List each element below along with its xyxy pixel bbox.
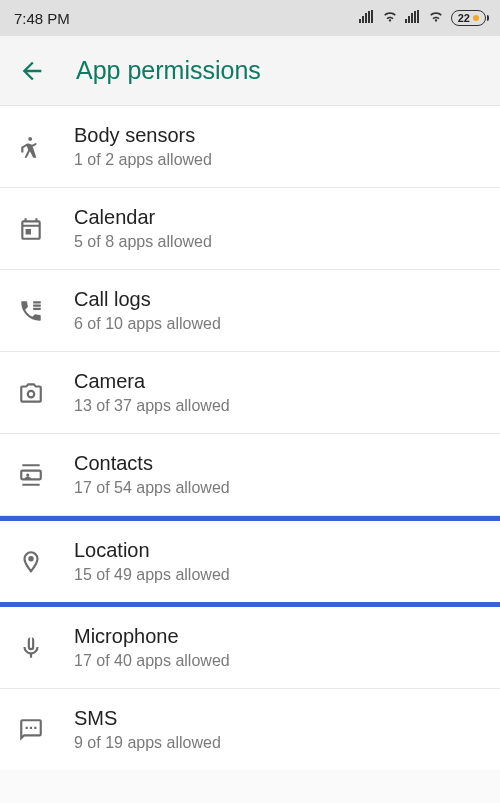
- permission-title: Call logs: [74, 288, 221, 311]
- permission-text: Camera 13 of 37 apps allowed: [74, 370, 230, 415]
- permission-sub: 5 of 8 apps allowed: [74, 233, 212, 251]
- permission-title: Contacts: [74, 452, 230, 475]
- body-sensors-icon: [18, 134, 74, 160]
- permission-sub: 15 of 49 apps allowed: [74, 566, 230, 584]
- permission-title: Body sensors: [74, 124, 212, 147]
- battery-value: 22: [458, 12, 470, 24]
- permission-contacts[interactable]: Contacts 17 of 54 apps allowed: [0, 434, 500, 516]
- permission-text: Microphone 17 of 40 apps allowed: [74, 625, 230, 670]
- page-title: App permissions: [76, 56, 261, 85]
- permission-sms[interactable]: SMS 9 of 19 apps allowed: [0, 689, 500, 770]
- status-bar: 7:48 PM 22: [0, 0, 500, 36]
- permission-sub: 13 of 37 apps allowed: [74, 397, 230, 415]
- status-time: 7:48 PM: [14, 10, 70, 27]
- wifi-icon-2: [427, 10, 445, 27]
- permission-text: Calendar 5 of 8 apps allowed: [74, 206, 212, 251]
- permission-text: Location 15 of 49 apps allowed: [74, 539, 230, 584]
- permission-title: Calendar: [74, 206, 212, 229]
- microphone-icon: [18, 635, 74, 661]
- permission-calendar[interactable]: Calendar 5 of 8 apps allowed: [0, 188, 500, 270]
- permission-sub: 17 of 40 apps allowed: [74, 652, 230, 670]
- permission-sub: 17 of 54 apps allowed: [74, 479, 230, 497]
- permission-call-logs[interactable]: Call logs 6 of 10 apps allowed: [0, 270, 500, 352]
- permission-title: Camera: [74, 370, 230, 393]
- permission-camera[interactable]: Camera 13 of 37 apps allowed: [0, 352, 500, 434]
- permission-sub: 1 of 2 apps allowed: [74, 151, 212, 169]
- call-logs-icon: [18, 298, 74, 324]
- app-header: App permissions: [0, 36, 500, 106]
- permission-microphone[interactable]: Microphone 17 of 40 apps allowed: [0, 607, 500, 689]
- permission-body-sensors[interactable]: Body sensors 1 of 2 apps allowed: [0, 106, 500, 188]
- signal-icon: [359, 10, 375, 27]
- permission-title: Location: [74, 539, 230, 562]
- camera-icon: [18, 380, 74, 406]
- permission-text: SMS 9 of 19 apps allowed: [74, 707, 221, 752]
- wifi-icon: [381, 10, 399, 27]
- permission-sub: 6 of 10 apps allowed: [74, 315, 221, 333]
- contacts-icon: [18, 462, 74, 488]
- back-button[interactable]: [18, 57, 46, 85]
- permission-location[interactable]: Location 15 of 49 apps allowed: [0, 516, 500, 607]
- sms-icon: [18, 717, 74, 743]
- status-right: 22: [359, 10, 486, 27]
- battery-dot-icon: [473, 15, 479, 21]
- location-icon: [18, 549, 74, 575]
- permission-text: Contacts 17 of 54 apps allowed: [74, 452, 230, 497]
- permissions-list: Body sensors 1 of 2 apps allowed Calenda…: [0, 106, 500, 770]
- battery-indicator: 22: [451, 10, 486, 26]
- permission-title: SMS: [74, 707, 221, 730]
- permission-text: Call logs 6 of 10 apps allowed: [74, 288, 221, 333]
- permission-sub: 9 of 19 apps allowed: [74, 734, 221, 752]
- permission-title: Microphone: [74, 625, 230, 648]
- permission-text: Body sensors 1 of 2 apps allowed: [74, 124, 212, 169]
- calendar-icon: [18, 216, 74, 242]
- signal-icon-2: [405, 10, 421, 27]
